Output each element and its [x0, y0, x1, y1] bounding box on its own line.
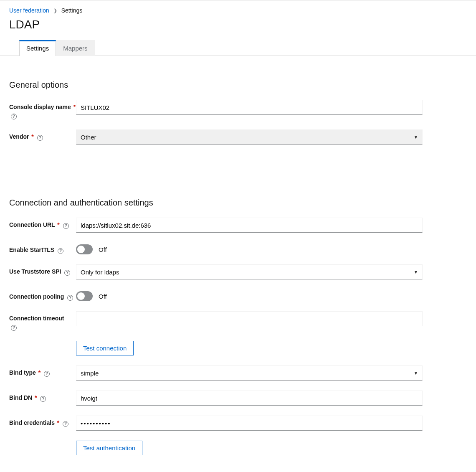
required-indicator: * — [73, 104, 76, 110]
vendor-select-value: Other — [81, 134, 96, 141]
connection-url-label: Connection URL * ? — [9, 218, 76, 229]
console-display-name-input[interactable] — [76, 100, 423, 115]
connection-pooling-switch[interactable] — [76, 291, 93, 301]
test-authentication-button[interactable]: Test authentication — [76, 441, 142, 455]
connection-pooling-state: Off — [99, 293, 107, 300]
tab-mappers[interactable]: Mappers — [56, 40, 94, 56]
breadcrumb: User federation ❯ Settings — [0, 0, 476, 14]
enable-starttls-switch[interactable] — [76, 244, 93, 254]
enable-starttls-state: Off — [99, 246, 107, 253]
bind-type-select-value: simple — [81, 370, 99, 377]
connection-timeout-label: Connection timeout ? — [9, 311, 76, 331]
required-indicator: * — [35, 394, 37, 401]
tabs: Settings Mappers — [19, 40, 476, 56]
enable-starttls-label: Enable StartTLS ? — [9, 243, 76, 254]
test-connection-button[interactable]: Test connection — [76, 341, 134, 355]
bind-type-label: Bind type * ? — [9, 365, 76, 377]
chevron-right-icon: ❯ — [53, 8, 57, 13]
connection-timeout-input[interactable] — [76, 311, 423, 326]
vendor-label: Vendor * ? — [9, 129, 76, 141]
help-icon[interactable]: ? — [63, 223, 69, 229]
caret-down-icon: ▼ — [414, 135, 418, 140]
connection-pooling-label: Connection pooling ? — [9, 289, 76, 301]
truststore-select-value: Only for ldaps — [81, 269, 119, 276]
bind-dn-input[interactable] — [76, 391, 423, 406]
bind-credentials-label: Bind credentials * ? — [9, 416, 76, 427]
help-icon[interactable]: ? — [11, 114, 17, 119]
help-icon[interactable]: ? — [40, 396, 46, 402]
console-display-name-label: Console display name * ? — [9, 100, 76, 119]
section-general-title: General options — [9, 80, 467, 90]
caret-down-icon: ▼ — [414, 270, 418, 274]
required-indicator: * — [57, 221, 59, 228]
help-icon[interactable]: ? — [44, 371, 50, 377]
truststore-label: Use Truststore SPI ? — [9, 264, 76, 276]
required-indicator: * — [57, 419, 59, 426]
tab-settings[interactable]: Settings — [19, 40, 56, 56]
breadcrumb-current: Settings — [61, 7, 83, 14]
help-icon[interactable]: ? — [37, 135, 43, 141]
bind-type-select[interactable]: simple ▼ — [76, 365, 423, 381]
page-title: LDAP — [0, 14, 476, 40]
help-icon[interactable]: ? — [64, 270, 70, 276]
help-icon[interactable]: ? — [11, 325, 17, 331]
section-connection-title: Connection and authentication settings — [9, 198, 467, 208]
caret-down-icon: ▼ — [414, 371, 418, 376]
vendor-select[interactable]: Other ▼ — [76, 129, 423, 145]
bind-credentials-input[interactable] — [76, 416, 423, 431]
required-indicator: * — [31, 133, 33, 140]
connection-url-input[interactable] — [76, 218, 423, 233]
bind-dn-label: Bind DN * ? — [9, 391, 76, 402]
truststore-select[interactable]: Only for ldaps ▼ — [76, 264, 423, 279]
help-icon[interactable]: ? — [63, 421, 68, 427]
help-icon[interactable]: ? — [67, 295, 73, 301]
help-icon[interactable]: ? — [58, 248, 63, 254]
breadcrumb-parent-link[interactable]: User federation — [9, 7, 49, 14]
required-indicator: * — [38, 369, 41, 376]
